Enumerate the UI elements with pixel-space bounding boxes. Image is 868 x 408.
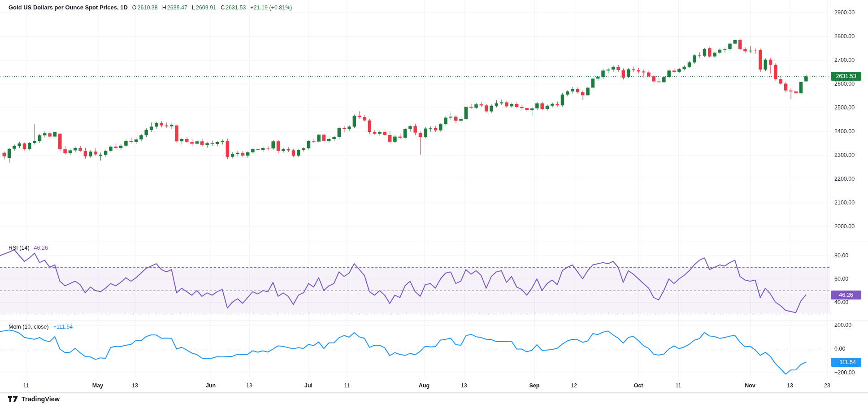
rsi-tick-label: 60.00 <box>834 276 848 282</box>
time-axis[interactable]: 11May13Jun13Jul11Aug13Sep12Oct11Nov1323 <box>0 379 830 392</box>
rsi-tick-label: 80.00 <box>834 252 848 259</box>
mom-value-badge: −111.54 <box>831 358 861 367</box>
time-tick-label: 13 <box>461 382 467 389</box>
time-tick-label: 13 <box>132 382 138 389</box>
ohlc-high: H2639.47 <box>162 4 187 11</box>
price-axis[interactable]: 2631.53 46.26 −111.54 2900.002800.002700… <box>830 0 868 392</box>
tradingview-logo-text: TradingView <box>22 395 60 403</box>
mom-tick-label: 200.00 <box>834 322 851 329</box>
time-tick-label: Aug <box>419 382 430 389</box>
rsi-value-badge: 46.26 <box>831 291 861 299</box>
time-tick-label: May <box>92 382 103 389</box>
chart-canvas[interactable] <box>0 0 868 408</box>
change-value: +21.19 (+0.81%) <box>250 4 292 11</box>
time-tick-label: 12 <box>571 382 577 389</box>
time-tick-label: 13 <box>246 382 252 389</box>
price-tick-label: 2500.00 <box>834 104 855 111</box>
rsi-value: 46.26 <box>34 245 48 251</box>
mom-tick-label: 0.00 <box>834 346 845 352</box>
price-tick-label: 2600.00 <box>834 81 855 87</box>
rsi-legend: RSI (14) 46.26 <box>9 245 48 251</box>
price-tick-label: 2900.00 <box>834 9 855 16</box>
time-tick-label: Jul <box>304 382 312 389</box>
symbol-title: Gold US Dollars per Ounce Spot Prices, 1… <box>9 4 128 11</box>
time-tick-label: Oct <box>634 382 643 389</box>
time-tick-label: Sep <box>529 382 540 389</box>
time-tick-label: 11 <box>676 382 681 389</box>
mom-legend: Mom (10, close) −111.54 <box>9 324 73 330</box>
time-tick-label: Jun <box>206 382 216 389</box>
price-tick-label: 2000.00 <box>834 223 855 230</box>
tradingview-chart: Gold US Dollars per Ounce Spot Prices, 1… <box>0 0 868 408</box>
time-tick-label: 13 <box>787 382 793 389</box>
tradingview-logo[interactable]: TradingView <box>8 395 60 403</box>
ohlc-close: C2631.53 <box>221 4 246 11</box>
rsi-tick-label: 40.00 <box>834 299 848 306</box>
time-tick-label: Nov <box>745 382 755 389</box>
time-tick-label: 11 <box>344 382 350 389</box>
price-tick-label: 2800.00 <box>834 33 855 40</box>
tradingview-logo-icon <box>8 395 18 403</box>
last-price-badge: 2631.53 <box>831 72 861 81</box>
ohlc-open: O2610.38 <box>132 4 158 11</box>
ohlc-low: L2609.91 <box>192 4 216 11</box>
time-tick-label: 23 <box>824 382 830 389</box>
main-legend: Gold US Dollars per Ounce Spot Prices, 1… <box>9 4 292 11</box>
mom-label: Mom (10, close) <box>9 324 49 330</box>
price-tick-label: 2300.00 <box>834 152 855 159</box>
price-tick-label: 2700.00 <box>834 57 855 64</box>
price-tick-label: 2200.00 <box>834 176 855 182</box>
rsi-label: RSI (14) <box>9 245 30 251</box>
mom-value: −111.54 <box>53 324 73 330</box>
price-tick-label: 2100.00 <box>834 200 855 206</box>
price-tick-label: 2400.00 <box>834 128 855 135</box>
mom-tick-label: −200.00 <box>834 369 855 376</box>
time-tick-label: 11 <box>23 382 29 389</box>
